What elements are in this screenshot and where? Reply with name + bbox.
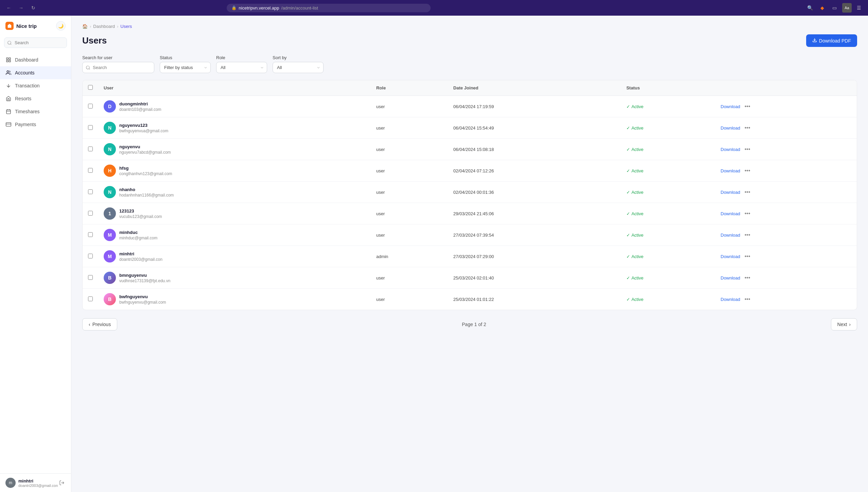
row-checkbox[interactable] [88, 232, 93, 237]
timeshares-icon [5, 108, 12, 115]
search-button[interactable]: 🔍 [805, 3, 815, 13]
table-row: 1 123123 vucubu123@gmail.com user 29/03/… [83, 203, 857, 224]
more-options-button[interactable]: ••• [743, 166, 752, 175]
reader-view-button[interactable]: Aa [842, 3, 852, 13]
row-checkbox[interactable] [88, 125, 93, 130]
user-name: bmnguyenvu [119, 273, 170, 278]
table-header-row: User Role Date Joined Status [83, 80, 857, 96]
user-search-input[interactable] [82, 62, 154, 73]
download-link[interactable]: Download [721, 125, 740, 131]
theme-toggle-button[interactable]: 🌙 [56, 21, 66, 31]
row-checkbox[interactable] [88, 168, 93, 173]
row-checkbox[interactable] [88, 104, 93, 108]
status-cell: ✓ Active [621, 203, 715, 224]
status-filter-select[interactable]: Filter by status Active Inactive [160, 62, 211, 73]
date-joined-cell: 25/03/2024 02:01:40 [448, 267, 621, 289]
user-avatar: 1 [104, 207, 116, 220]
forward-button[interactable]: → [16, 3, 26, 13]
sidebar-item-timeshares[interactable]: Timeshares [0, 105, 71, 118]
more-options-button[interactable]: ••• [743, 102, 752, 111]
actions-cell: Download ••• [715, 182, 857, 203]
row-checkbox[interactable] [88, 275, 93, 280]
more-options-button[interactable]: ••• [743, 252, 752, 261]
download-link[interactable]: Download [721, 233, 740, 238]
page-title: Users [82, 35, 107, 46]
back-button[interactable]: ← [4, 3, 14, 13]
status-badge: ✓ Active [626, 211, 643, 216]
page-info: Page 1 of 2 [462, 322, 486, 327]
more-options-button[interactable]: ••• [743, 123, 752, 132]
more-options-button[interactable]: ••• [743, 209, 752, 218]
download-link[interactable]: Download [721, 211, 740, 216]
page-header: Users Download PDF [82, 34, 857, 47]
date-joined-cell: 27/03/2024 07:39:54 [448, 224, 621, 246]
sidebar-item-dashboard[interactable]: Dashboard [0, 53, 71, 66]
sidebar-item-resorts[interactable]: Resorts [0, 92, 71, 105]
select-all-cell [83, 80, 98, 96]
actions-cell: Download ••• [715, 246, 857, 267]
user-avatar: N [104, 186, 116, 198]
download-pdf-button[interactable]: Download PDF [806, 34, 857, 47]
download-pdf-label: Download PDF [819, 38, 851, 44]
table-row: N nhanho hodanhnhan1166@gmail.com user 0… [83, 182, 857, 203]
sort-filter-select[interactable]: All Date Joined Name [273, 62, 324, 73]
user-email: bwfnguyenvu@gmail.com [119, 300, 166, 305]
sidebar-search-input[interactable] [4, 37, 67, 48]
menu-button[interactable]: ☰ [854, 3, 864, 13]
next-button[interactable]: Next › [831, 318, 857, 330]
date-joined-cell: 25/03/2024 01:01:22 [448, 289, 621, 310]
more-options-button[interactable]: ••• [743, 295, 752, 304]
sidebar-toggle-button[interactable]: ▭ [830, 3, 839, 13]
status-badge: ✓ Active [626, 125, 643, 131]
address-bar[interactable]: 🔒 nicetripvn.vercel.app /admin/account-l… [227, 4, 431, 12]
sidebar-item-transaction[interactable]: Transaction [0, 79, 71, 92]
logo-icon [5, 22, 14, 30]
brave-shield-button[interactable]: ◆ [818, 3, 827, 13]
svg-rect-3 [6, 60, 8, 62]
download-link[interactable]: Download [721, 297, 740, 302]
actions-group: Download ••• [721, 231, 851, 239]
user-info: bwfnguyenvu bwfnguyenvu@gmail.com [119, 294, 166, 305]
more-options-button[interactable]: ••• [743, 145, 752, 154]
more-options-button[interactable]: ••• [743, 188, 752, 197]
row-checkbox[interactable] [88, 254, 93, 258]
role-cell: user [371, 203, 448, 224]
user-avatar: N [104, 122, 116, 134]
download-link[interactable]: Download [721, 190, 740, 195]
status-badge: ✓ Active [626, 190, 643, 195]
role-filter-select[interactable]: All user admin [216, 62, 267, 73]
check-icon: ✓ [626, 125, 630, 131]
table-header: User Role Date Joined Status [83, 80, 857, 96]
row-checkbox-cell [83, 96, 98, 117]
sidebar-item-payments[interactable]: Payments [0, 118, 71, 131]
previous-button[interactable]: ‹ Previous [82, 318, 117, 330]
download-link[interactable]: Download [721, 147, 740, 152]
sidebar-item-accounts[interactable]: Accounts [0, 66, 71, 79]
download-link[interactable]: Download [721, 254, 740, 259]
breadcrumb-dashboard[interactable]: Dashboard [93, 24, 115, 29]
download-link[interactable]: Download [721, 104, 740, 109]
logout-button[interactable] [58, 478, 66, 487]
user-email: hodanhnhan1166@gmail.com [119, 193, 174, 198]
check-icon: ✓ [626, 211, 630, 216]
table-row: N nguyenvu123 bwfnguyenvua@gmail.com use… [83, 117, 857, 139]
app-wrapper: Nice trip 🌙 Dashboard Accounts [0, 0, 868, 492]
status-cell: ✓ Active [621, 224, 715, 246]
download-link[interactable]: Download [721, 275, 740, 281]
row-checkbox[interactable] [88, 296, 93, 301]
actions-group: Download ••• [721, 295, 851, 304]
date-joined-cell: 02/04/2024 07:12:26 [448, 160, 621, 182]
actions-cell: Download ••• [715, 96, 857, 117]
row-checkbox[interactable] [88, 147, 93, 151]
row-checkbox[interactable] [88, 189, 93, 194]
user-avatar: H [104, 165, 116, 177]
download-link[interactable]: Download [721, 168, 740, 173]
more-options-button[interactable]: ••• [743, 231, 752, 239]
refresh-button[interactable]: ↻ [29, 3, 38, 13]
check-icon: ✓ [626, 275, 630, 281]
more-options-button[interactable]: ••• [743, 273, 752, 282]
check-icon: ✓ [626, 147, 630, 152]
status-badge: ✓ Active [626, 233, 643, 238]
select-all-checkbox[interactable] [88, 85, 93, 90]
row-checkbox[interactable] [88, 211, 93, 216]
